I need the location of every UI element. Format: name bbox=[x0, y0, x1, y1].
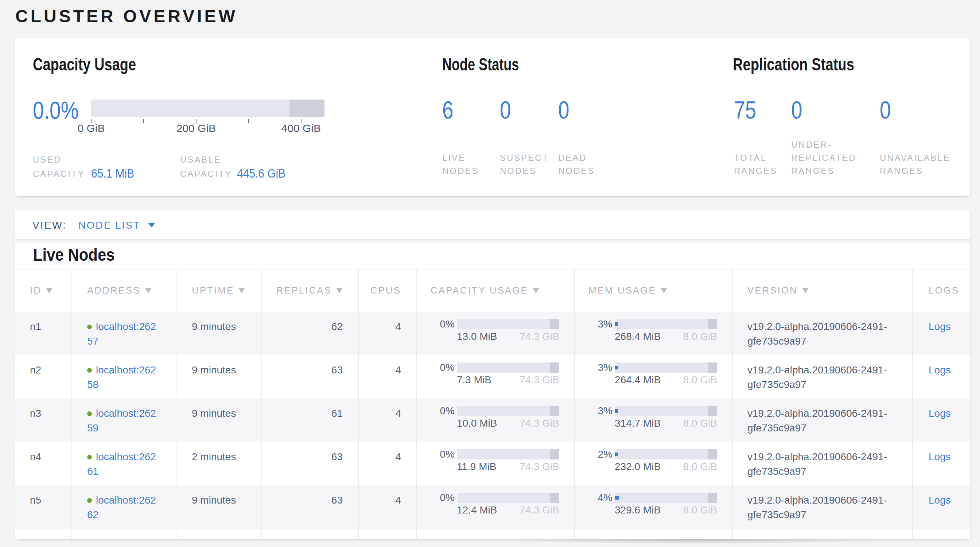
column-header-uptime[interactable]: UPTIME bbox=[176, 269, 262, 312]
capacity-bar-reserved bbox=[550, 449, 559, 460]
capacity-used-value: 12.4 MiB bbox=[457, 503, 497, 517]
column-header-version[interactable]: VERSION bbox=[732, 269, 913, 312]
column-header-label: REPLICAS bbox=[276, 285, 332, 296]
card-bottom-shadow bbox=[518, 539, 980, 545]
memory-bar-used bbox=[615, 322, 618, 326]
node-logs-link[interactable]: Logs bbox=[929, 451, 951, 463]
column-header-label: CAPACITY USAGE bbox=[431, 285, 528, 296]
capacity-bar-track bbox=[457, 319, 559, 329]
memory-cell: 4%329.6 MiB8.0 GiB bbox=[574, 485, 732, 529]
memory-used-value: 232.0 MiB bbox=[615, 460, 660, 474]
node-logs-link[interactable]: Logs bbox=[929, 321, 951, 332]
node-uptime-cell: 9 minutes bbox=[176, 355, 262, 399]
sort-arrow-icon[interactable] bbox=[46, 288, 52, 294]
partial-cell bbox=[913, 529, 970, 539]
replication-stat-label: TOTAL RANGES bbox=[734, 151, 777, 178]
partial-cell bbox=[176, 529, 262, 539]
memory-used-value: 314.7 MiB bbox=[615, 416, 660, 431]
capacity-percent: 0% bbox=[431, 449, 455, 460]
column-header-label: CPUS bbox=[371, 285, 401, 296]
node-cpus-cell: 4 bbox=[358, 485, 417, 529]
node-address-cell: localhost:26257 bbox=[72, 312, 176, 355]
capacity-percent: 0% bbox=[431, 493, 455, 503]
node-cpus-cell: 4 bbox=[358, 312, 417, 355]
capacity-stat-label: USABLE CAPACITY bbox=[180, 153, 232, 181]
node-health-icon bbox=[87, 455, 92, 460]
view-bar: VIEW: NODE LIST bbox=[15, 210, 970, 240]
capacity-total-value: 74.3 GiB bbox=[520, 503, 559, 517]
column-header-mem[interactable]: MEM USAGE bbox=[574, 269, 732, 312]
sort-arrow-icon[interactable] bbox=[336, 288, 343, 294]
table-header: IDADDRESSUPTIMEREPLICASCPUSCAPACITY USAG… bbox=[15, 269, 970, 312]
partial-cell bbox=[574, 529, 732, 539]
axis-tick-label: 400 GiB bbox=[282, 122, 321, 135]
node-health-icon bbox=[87, 324, 92, 329]
column-header-replicas[interactable]: REPLICAS bbox=[262, 269, 358, 312]
replication-stat-value: 0 bbox=[791, 97, 802, 122]
node-version-cell: v19.2.0-alpha.20190606-2491-gfe735c9a97 bbox=[732, 399, 913, 442]
node-stat-label: SUSPECT NODES bbox=[500, 151, 549, 178]
memory-total-value: 8.0 GiB bbox=[683, 416, 717, 431]
sort-arrow-icon[interactable] bbox=[660, 288, 667, 294]
memory-values-row: 264.4 MiB8.0 GiB bbox=[615, 373, 717, 387]
capacity-bar-track bbox=[457, 363, 559, 373]
node-logs-link[interactable]: Logs bbox=[929, 495, 951, 506]
column-header-cap[interactable]: CAPACITY USAGE bbox=[417, 269, 574, 312]
node-stat-label: LIVE NODES bbox=[442, 151, 479, 178]
memory-bar-used bbox=[615, 453, 618, 456]
node-replicas-cell: 63 bbox=[262, 485, 358, 529]
node-logs-link[interactable]: Logs bbox=[929, 408, 951, 419]
node-logs-link[interactable]: Logs bbox=[929, 364, 951, 375]
memory-bar-used bbox=[615, 366, 618, 369]
memory-bar-track bbox=[615, 319, 717, 329]
capacity-bar-row: 0% bbox=[431, 449, 574, 460]
chevron-down-icon[interactable] bbox=[148, 223, 155, 227]
column-header-id[interactable]: ID bbox=[15, 269, 72, 312]
node-health-icon bbox=[87, 498, 92, 503]
node-address-link[interactable]: localhost:26261 bbox=[87, 451, 156, 477]
memory-used-value: 268.4 MiB bbox=[615, 329, 660, 344]
node-id-cell: n2 bbox=[15, 355, 72, 399]
memory-bar-reserved bbox=[708, 493, 717, 503]
column-header-logs: LOGS bbox=[913, 269, 970, 312]
node-address-link[interactable]: localhost:26257 bbox=[87, 321, 156, 347]
memory-used-value: 264.4 MiB bbox=[615, 373, 660, 387]
capacity-used-value: 7.3 MiB bbox=[457, 373, 492, 387]
memory-bar-row: 3% bbox=[589, 363, 732, 373]
capacity-bar-row: 0% bbox=[431, 319, 574, 329]
memory-total-value: 8.0 GiB bbox=[683, 460, 717, 474]
sort-arrow-icon[interactable] bbox=[802, 288, 809, 294]
memory-percent: 3% bbox=[589, 319, 612, 329]
replication-stat-value: 0 bbox=[880, 97, 891, 122]
axis-tick-label: 0 GiB bbox=[77, 122, 105, 135]
capacity-values-row: 10.0 MiB74.3 GiB bbox=[457, 416, 559, 431]
sort-arrow-icon[interactable] bbox=[239, 288, 245, 294]
memory-cell: 3%268.4 MiB8.0 GiB bbox=[574, 312, 732, 355]
sort-arrow-icon[interactable] bbox=[145, 288, 152, 294]
memory-values-row: 268.4 MiB8.0 GiB bbox=[615, 329, 717, 344]
node-stat-value: 0 bbox=[558, 97, 570, 122]
node-logs-cell: Logs bbox=[913, 399, 970, 442]
node-address-link[interactable]: localhost:26262 bbox=[87, 495, 156, 520]
memory-percent: 3% bbox=[589, 406, 612, 416]
column-header-label: ADDRESS bbox=[87, 285, 141, 296]
node-uptime-cell: 9 minutes bbox=[176, 485, 262, 529]
capacity-bar-reserved bbox=[550, 319, 559, 329]
node-version-cell: v19.2.0-alpha.20190606-2491-gfe735c9a97 bbox=[732, 355, 913, 399]
memory-bar-track bbox=[615, 493, 717, 503]
node-logs-cell: Logs bbox=[913, 312, 970, 355]
capacity-cell: 0%7.3 MiB74.3 GiB bbox=[417, 355, 574, 399]
node-address-cell: localhost:26259 bbox=[72, 399, 176, 442]
node-address-link[interactable]: localhost:26259 bbox=[87, 408, 156, 434]
sort-arrow-icon[interactable] bbox=[533, 288, 539, 294]
memory-total-value: 8.0 GiB bbox=[683, 329, 717, 344]
column-header-address[interactable]: ADDRESS bbox=[72, 269, 176, 312]
node-row-n5: n5localhost:262629 minutes6340%12.4 MiB7… bbox=[15, 485, 970, 529]
column-header-label: ID bbox=[30, 285, 41, 296]
node-address-link[interactable]: localhost:26258 bbox=[87, 364, 156, 390]
partial-cell bbox=[732, 529, 913, 539]
node-cpus-cell: 4 bbox=[358, 399, 417, 442]
capacity-bar-reserved bbox=[550, 363, 559, 373]
node-version-cell: v19.2.0-alpha.20190606-2491-gfe735c9a97 bbox=[732, 442, 913, 485]
view-selector[interactable]: NODE LIST bbox=[78, 210, 140, 240]
